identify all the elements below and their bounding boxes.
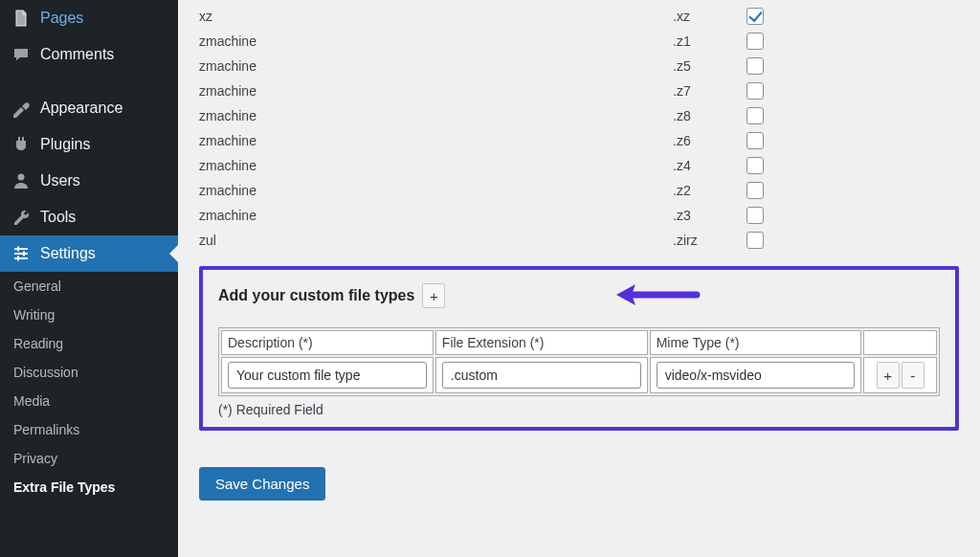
file-type-row: zmachine.z6 [199, 128, 959, 153]
comments-icon [11, 45, 31, 64]
file-type-checkbox[interactable] [746, 8, 764, 25]
file-type-description: zmachine [199, 133, 673, 148]
sidebar-item-users[interactable]: Users [0, 163, 178, 199]
file-type-description: zmachine [199, 158, 673, 173]
plugins-icon [11, 135, 31, 154]
sidebar-item-pages[interactable]: Pages [0, 0, 178, 36]
row-add-button[interactable]: + [877, 362, 900, 389]
header-extension: File Extension (*) [435, 330, 648, 355]
sidebar-item-label: Comments [40, 46, 114, 63]
file-type-checkbox[interactable] [746, 82, 764, 100]
annotation-arrow-icon [614, 281, 701, 308]
sidebar-sub-media[interactable]: Media [0, 387, 178, 415]
sidebar-item-label: Plugins [40, 136, 90, 153]
file-type-row: zmachine.z2 [199, 178, 959, 203]
file-type-description: xz [199, 9, 673, 24]
file-type-checkbox-cell [745, 157, 766, 174]
file-type-row: zmachine.z1 [199, 29, 959, 54]
file-type-description: zmachine [199, 183, 673, 198]
file-type-extension: .z6 [673, 133, 745, 148]
file-type-extension: .z5 [673, 58, 745, 74]
sidebar-item-tools[interactable]: Tools [0, 199, 178, 235]
file-type-description: zul [199, 233, 673, 248]
file-type-checkbox[interactable] [746, 207, 764, 224]
main-content: xz.xzzmachine.z1zmachine.z5zmachine.z7zm… [178, 0, 980, 557]
file-type-checkbox[interactable] [746, 132, 764, 149]
row-remove-button[interactable]: - [902, 362, 924, 389]
tools-icon [11, 208, 31, 227]
sidebar-sub-permalinks[interactable]: Permalinks [0, 415, 178, 444]
sidebar-sub-extra-file-types[interactable]: Extra File Types [0, 473, 178, 501]
file-type-row: zmachine.z8 [199, 103, 959, 128]
sidebar-item-label: Tools [40, 209, 76, 226]
file-type-extension: .xz [673, 9, 745, 24]
sidebar-item-label: Pages [40, 10, 83, 27]
custom-types-table: Description (*) File Extension (*) Mime … [218, 327, 940, 396]
sidebar-item-label: Users [40, 172, 80, 189]
file-type-extension: .z4 [673, 158, 745, 173]
header-description: Description (*) [221, 330, 434, 355]
svg-rect-5 [17, 247, 19, 252]
file-type-checkbox-cell [745, 33, 766, 50]
file-type-row: zmachine.z3 [199, 203, 959, 228]
sidebar-sub-discussion[interactable]: Discussion [0, 358, 178, 387]
svg-rect-3 [14, 253, 28, 255]
custom-section-title: Add your custom file types [218, 287, 414, 304]
sidebar-item-comments[interactable]: Comments [0, 36, 178, 73]
sidebar-item-label: Appearance [40, 100, 122, 117]
file-type-extension: .zirz [673, 233, 745, 248]
settings-icon [11, 244, 31, 263]
sidebar-sub-reading[interactable]: Reading [0, 329, 178, 358]
sidebar-item-label: Settings [40, 245, 96, 262]
header-actions [863, 330, 937, 355]
file-type-extension: .z8 [673, 108, 745, 123]
svg-rect-7 [17, 256, 19, 261]
svg-rect-4 [14, 257, 28, 259]
admin-sidebar: Pages Comments Appearance Plugins Users … [0, 0, 178, 557]
sidebar-sub-writing[interactable]: Writing [0, 301, 178, 329]
svg-rect-2 [14, 248, 28, 250]
sidebar-item-appearance[interactable]: Appearance [0, 90, 178, 126]
sidebar-item-plugins[interactable]: Plugins [0, 126, 178, 163]
svg-point-1 [18, 174, 25, 181]
file-type-description: zmachine [199, 208, 673, 223]
file-type-checkbox-cell [745, 82, 766, 100]
file-type-checkbox-cell [745, 8, 766, 25]
file-type-row: zmachine.z5 [199, 54, 959, 78]
add-custom-type-button[interactable]: + [422, 283, 445, 308]
custom-file-types-section: Add your custom file types + Description… [199, 266, 959, 431]
custom-types-header-row: Description (*) File Extension (*) Mime … [221, 330, 937, 355]
file-type-extension: .z1 [673, 33, 745, 49]
sidebar-sub-general[interactable]: General [0, 272, 178, 301]
file-type-description: zmachine [199, 58, 673, 74]
file-type-row: zmachine.z7 [199, 78, 959, 103]
file-type-checkbox-cell [745, 57, 766, 75]
extension-input[interactable] [442, 362, 641, 389]
file-type-extension: .z2 [673, 183, 745, 198]
description-input[interactable] [228, 362, 427, 389]
file-types-list: xz.xzzmachine.z1zmachine.z5zmachine.z7zm… [199, 4, 959, 253]
file-type-checkbox[interactable] [746, 182, 764, 199]
file-type-checkbox[interactable] [746, 107, 764, 124]
mime-input[interactable] [657, 362, 856, 389]
sidebar-sub-privacy[interactable]: Privacy [0, 444, 178, 473]
file-type-description: zmachine [199, 33, 673, 49]
file-type-checkbox-cell [745, 107, 766, 124]
file-type-checkbox-cell [745, 132, 766, 149]
pages-icon [11, 9, 31, 28]
custom-section-title-row: Add your custom file types + [218, 283, 445, 308]
file-type-checkbox[interactable] [746, 232, 764, 249]
file-type-row: zmachine.z4 [199, 153, 959, 178]
file-type-description: zmachine [199, 83, 673, 99]
file-type-checkbox-cell [745, 232, 766, 249]
users-icon [11, 171, 31, 190]
save-changes-button[interactable]: Save Changes [199, 467, 325, 501]
file-type-checkbox[interactable] [746, 33, 764, 50]
required-field-note: (*) Required Field [218, 402, 940, 417]
file-type-checkbox[interactable] [746, 157, 764, 174]
sidebar-item-settings[interactable]: Settings [0, 235, 178, 272]
file-type-checkbox-cell [745, 207, 766, 224]
file-type-extension: .z3 [673, 208, 745, 223]
header-mime: Mime Type (*) [650, 330, 862, 355]
file-type-checkbox[interactable] [746, 57, 764, 75]
